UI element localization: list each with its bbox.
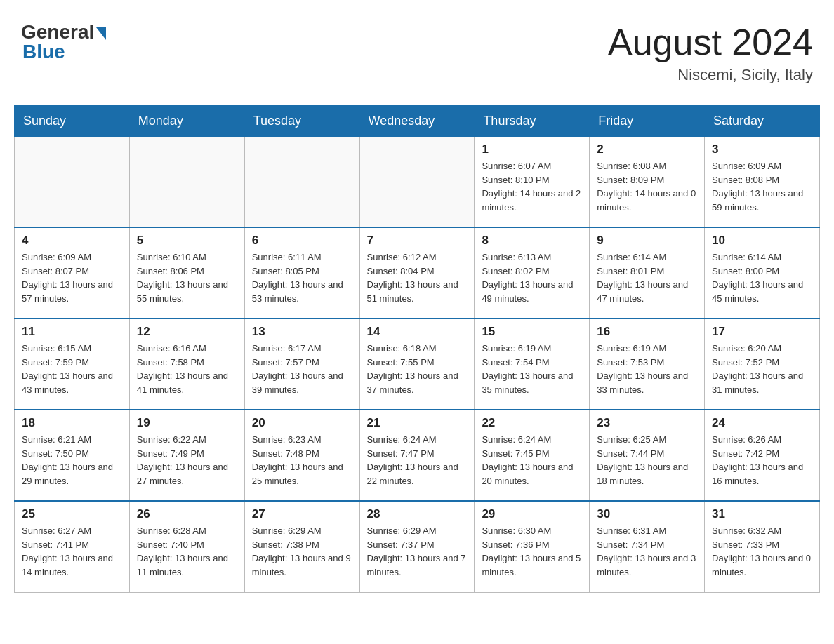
month-title: August 2024: [608, 21, 813, 63]
day-number: 7: [367, 234, 468, 248]
calendar-cell: 27Sunrise: 6:29 AMSunset: 7:38 PMDayligh…: [244, 501, 359, 592]
day-number: 6: [252, 234, 352, 248]
day-info: Sunrise: 6:25 AMSunset: 7:44 PMDaylight:…: [597, 433, 697, 488]
calendar-cell: 17Sunrise: 6:20 AMSunset: 7:52 PMDayligh…: [705, 318, 820, 410]
calendar-header-thursday: Thursday: [475, 106, 590, 136]
day-info: Sunrise: 6:07 AMSunset: 8:10 PMDaylight:…: [482, 159, 582, 214]
day-number: 8: [482, 234, 582, 248]
day-number: 14: [367, 325, 468, 339]
day-info: Sunrise: 6:26 AMSunset: 7:42 PMDaylight:…: [712, 433, 812, 488]
day-number: 1: [482, 142, 582, 156]
week-row-1: 1Sunrise: 6:07 AMSunset: 8:10 PMDaylight…: [15, 136, 820, 227]
day-number: 11: [22, 325, 122, 339]
calendar-header-row: SundayMondayTuesdayWednesdayThursdayFrid…: [15, 106, 820, 136]
title-section: August 2024 Niscemi, Sicily, Italy: [608, 21, 813, 84]
calendar-cell: 25Sunrise: 6:27 AMSunset: 7:41 PMDayligh…: [15, 501, 130, 592]
calendar-cell: 8Sunrise: 6:13 AMSunset: 8:02 PMDaylight…: [475, 227, 590, 318]
week-row-4: 18Sunrise: 6:21 AMSunset: 7:50 PMDayligh…: [15, 410, 820, 501]
calendar-cell: 28Sunrise: 6:29 AMSunset: 7:37 PMDayligh…: [359, 501, 475, 592]
day-number: 18: [22, 416, 122, 430]
day-info: Sunrise: 6:24 AMSunset: 7:47 PMDaylight:…: [367, 433, 468, 488]
calendar-cell: 5Sunrise: 6:10 AMSunset: 8:06 PMDaylight…: [129, 227, 244, 318]
calendar-cell: 31Sunrise: 6:32 AMSunset: 7:33 PMDayligh…: [705, 501, 820, 592]
calendar-cell: [129, 136, 244, 227]
calendar-cell: [359, 136, 475, 227]
calendar-cell: 7Sunrise: 6:12 AMSunset: 8:04 PMDaylight…: [359, 227, 475, 318]
calendar-cell: 18Sunrise: 6:21 AMSunset: 7:50 PMDayligh…: [15, 410, 130, 501]
day-info: Sunrise: 6:15 AMSunset: 7:59 PMDaylight:…: [22, 342, 122, 396]
calendar-cell: 24Sunrise: 6:26 AMSunset: 7:42 PMDayligh…: [705, 410, 820, 501]
calendar-cell: [244, 136, 359, 227]
day-number: 24: [712, 416, 812, 430]
page-header: General Blue August 2024 Niscemi, Sicily…: [14, 14, 820, 91]
day-number: 4: [22, 234, 122, 248]
calendar-cell: 6Sunrise: 6:11 AMSunset: 8:05 PMDaylight…: [244, 227, 359, 318]
calendar-cell: 1Sunrise: 6:07 AMSunset: 8:10 PMDaylight…: [475, 136, 590, 227]
calendar-header-monday: Monday: [129, 106, 244, 136]
day-info: Sunrise: 6:29 AMSunset: 7:37 PMDaylight:…: [367, 524, 468, 579]
day-info: Sunrise: 6:32 AMSunset: 7:33 PMDaylight:…: [712, 524, 812, 579]
calendar-cell: 13Sunrise: 6:17 AMSunset: 7:57 PMDayligh…: [244, 318, 359, 410]
day-info: Sunrise: 6:16 AMSunset: 7:58 PMDaylight:…: [137, 342, 237, 396]
calendar-header-saturday: Saturday: [705, 106, 820, 136]
day-info: Sunrise: 6:23 AMSunset: 7:48 PMDaylight:…: [252, 433, 352, 488]
week-row-5: 25Sunrise: 6:27 AMSunset: 7:41 PMDayligh…: [15, 501, 820, 592]
calendar-cell: 11Sunrise: 6:15 AMSunset: 7:59 PMDayligh…: [15, 318, 130, 410]
calendar-cell: 20Sunrise: 6:23 AMSunset: 7:48 PMDayligh…: [244, 410, 359, 501]
week-row-3: 11Sunrise: 6:15 AMSunset: 7:59 PMDayligh…: [15, 318, 820, 410]
day-info: Sunrise: 6:12 AMSunset: 8:04 PMDaylight:…: [367, 250, 468, 305]
day-number: 22: [482, 416, 582, 430]
day-info: Sunrise: 6:17 AMSunset: 7:57 PMDaylight:…: [252, 342, 352, 396]
day-number: 26: [137, 507, 237, 521]
day-info: Sunrise: 6:13 AMSunset: 8:02 PMDaylight:…: [482, 250, 582, 305]
calendar-cell: 10Sunrise: 6:14 AMSunset: 8:00 PMDayligh…: [705, 227, 820, 318]
day-info: Sunrise: 6:19 AMSunset: 7:53 PMDaylight:…: [597, 342, 697, 396]
day-info: Sunrise: 6:08 AMSunset: 8:09 PMDaylight:…: [597, 159, 697, 214]
calendar-cell: 23Sunrise: 6:25 AMSunset: 7:44 PMDayligh…: [590, 410, 705, 501]
calendar-cell: [15, 136, 130, 227]
day-number: 21: [367, 416, 468, 430]
calendar-cell: 19Sunrise: 6:22 AMSunset: 7:49 PMDayligh…: [129, 410, 244, 501]
calendar-cell: 30Sunrise: 6:31 AMSunset: 7:34 PMDayligh…: [590, 501, 705, 592]
calendar-cell: 15Sunrise: 6:19 AMSunset: 7:54 PMDayligh…: [475, 318, 590, 410]
calendar-cell: 9Sunrise: 6:14 AMSunset: 8:01 PMDaylight…: [590, 227, 705, 318]
day-info: Sunrise: 6:31 AMSunset: 7:34 PMDaylight:…: [597, 524, 697, 579]
day-number: 15: [482, 325, 582, 339]
day-info: Sunrise: 6:28 AMSunset: 7:40 PMDaylight:…: [137, 524, 237, 579]
calendar-header-sunday: Sunday: [15, 106, 130, 136]
day-number: 3: [712, 142, 812, 156]
logo-arrow-icon: [96, 27, 106, 40]
location-text: Niscemi, Sicily, Italy: [608, 66, 813, 84]
day-number: 5: [137, 234, 237, 248]
day-info: Sunrise: 6:09 AMSunset: 8:08 PMDaylight:…: [712, 159, 812, 214]
day-number: 9: [597, 234, 697, 248]
day-info: Sunrise: 6:09 AMSunset: 8:07 PMDaylight:…: [22, 250, 122, 305]
day-info: Sunrise: 6:29 AMSunset: 7:38 PMDaylight:…: [252, 524, 352, 579]
day-info: Sunrise: 6:21 AMSunset: 7:50 PMDaylight:…: [22, 433, 122, 488]
calendar-cell: 3Sunrise: 6:09 AMSunset: 8:08 PMDaylight…: [705, 136, 820, 227]
day-info: Sunrise: 6:30 AMSunset: 7:36 PMDaylight:…: [482, 524, 582, 579]
calendar-header-wednesday: Wednesday: [359, 106, 475, 136]
calendar-header-tuesday: Tuesday: [244, 106, 359, 136]
day-number: 25: [22, 507, 122, 521]
calendar-cell: 14Sunrise: 6:18 AMSunset: 7:55 PMDayligh…: [359, 318, 475, 410]
day-info: Sunrise: 6:18 AMSunset: 7:55 PMDaylight:…: [367, 342, 468, 396]
day-info: Sunrise: 6:27 AMSunset: 7:41 PMDaylight:…: [22, 524, 122, 579]
day-number: 16: [597, 325, 697, 339]
calendar-cell: 22Sunrise: 6:24 AMSunset: 7:45 PMDayligh…: [475, 410, 590, 501]
day-info: Sunrise: 6:11 AMSunset: 8:05 PMDaylight:…: [252, 250, 352, 305]
calendar-cell: 21Sunrise: 6:24 AMSunset: 7:47 PMDayligh…: [359, 410, 475, 501]
day-info: Sunrise: 6:20 AMSunset: 7:52 PMDaylight:…: [712, 342, 812, 396]
day-number: 13: [252, 325, 352, 339]
day-number: 27: [252, 507, 352, 521]
day-info: Sunrise: 6:22 AMSunset: 7:49 PMDaylight:…: [137, 433, 237, 488]
day-number: 19: [137, 416, 237, 430]
day-number: 10: [712, 234, 812, 248]
day-number: 29: [482, 507, 582, 521]
day-info: Sunrise: 6:14 AMSunset: 8:01 PMDaylight:…: [597, 250, 697, 305]
logo: General Blue: [21, 21, 106, 63]
day-number: 17: [712, 325, 812, 339]
day-number: 31: [712, 507, 812, 521]
calendar-table: SundayMondayTuesdayWednesdayThursdayFrid…: [14, 105, 820, 593]
calendar-cell: 2Sunrise: 6:08 AMSunset: 8:09 PMDaylight…: [590, 136, 705, 227]
